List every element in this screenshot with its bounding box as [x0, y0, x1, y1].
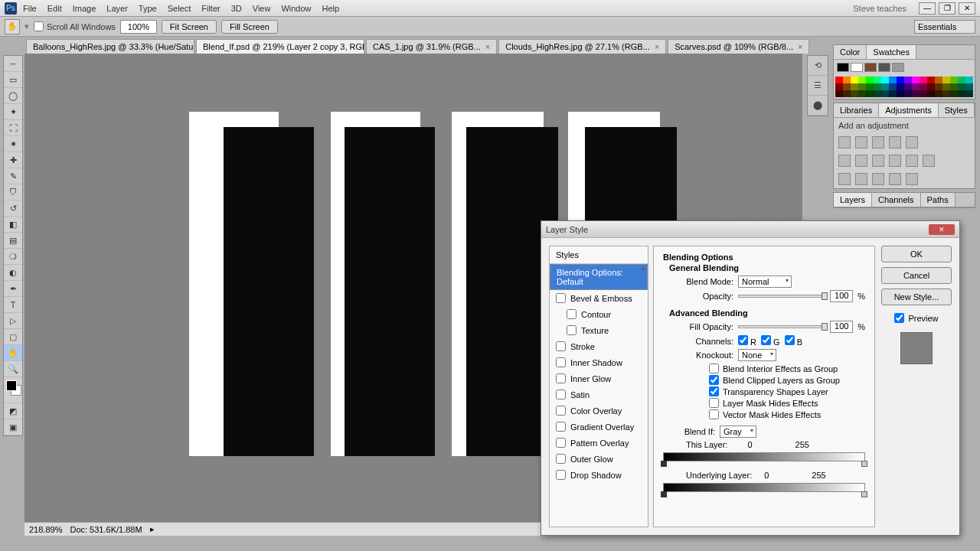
- close-icon[interactable]: ×: [485, 42, 490, 51]
- brightness-icon[interactable]: [838, 136, 851, 148]
- dodge-tool[interactable]: ◐: [4, 265, 22, 281]
- marquee-tool[interactable]: ▭: [4, 72, 22, 88]
- workspace-selector[interactable]: Essentials: [914, 20, 975, 34]
- hsl-icon[interactable]: [838, 155, 851, 167]
- menu-help[interactable]: Help: [322, 4, 340, 13]
- menu-file[interactable]: File: [23, 4, 37, 13]
- window-minimize-button[interactable]: —: [919, 2, 936, 15]
- path-tool[interactable]: ▷: [4, 313, 22, 329]
- tab-adjustments[interactable]: Adjustments: [879, 103, 939, 117]
- wand-tool[interactable]: ✦: [4, 104, 22, 120]
- new-style-button[interactable]: New Style...: [881, 289, 952, 305]
- exposure-icon[interactable]: [889, 136, 901, 148]
- hand-tool[interactable]: ✋: [4, 345, 22, 361]
- window-restore-button[interactable]: ❐: [939, 2, 956, 15]
- style-satin[interactable]: Satin: [550, 386, 648, 403]
- preview-checkbox[interactable]: Preview: [881, 313, 952, 323]
- layermask-hides-checkbox[interactable]: Layer Mask Hides Effects: [709, 398, 865, 408]
- selcolor-icon[interactable]: [906, 173, 918, 185]
- brush-tool[interactable]: ✎: [4, 168, 22, 184]
- style-pattern-overlay[interactable]: Pattern Overlay: [550, 435, 648, 451]
- lasso-tool[interactable]: ◯: [4, 88, 22, 104]
- style-gradient-overlay[interactable]: Gradient Overlay: [550, 419, 648, 435]
- zoom-tool[interactable]: 🔍: [4, 361, 22, 377]
- screenmode-tool[interactable]: ▣: [4, 419, 22, 435]
- close-icon[interactable]: ×: [798, 42, 802, 51]
- fillopacity-slider[interactable]: [738, 325, 825, 328]
- tab-cas[interactable]: CAS_1.jpg @ 31.9% (RGB...×: [366, 39, 497, 54]
- style-color-overlay[interactable]: Color Overlay: [550, 403, 648, 419]
- eyedropper-tool[interactable]: ⁕: [4, 136, 22, 152]
- tab-channels[interactable]: Channels: [872, 193, 920, 207]
- tab-blendif[interactable]: Blend_If.psd @ 219% (Layer 2 copy 3, RGB…: [196, 39, 364, 54]
- photo-filter-icon[interactable]: [889, 155, 901, 167]
- tab-clouds[interactable]: Clouds_HighRes.jpg @ 27.1% (RGB...×: [498, 39, 666, 54]
- menu-filter[interactable]: Filter: [201, 4, 220, 13]
- move-tool[interactable]: ↔: [4, 56, 22, 72]
- dialog-titlebar[interactable]: Layer Style ✕: [541, 221, 959, 238]
- tab-layers[interactable]: Layers: [834, 193, 872, 207]
- tab-balloons[interactable]: Balloons_HighRes.jpg @ 33.3% (Hue/Satura…: [26, 39, 194, 54]
- levels-icon[interactable]: [855, 136, 867, 148]
- eraser-tool[interactable]: ◧: [4, 217, 22, 233]
- blendmode-select[interactable]: Normal: [738, 276, 792, 288]
- chmix-icon[interactable]: [906, 155, 918, 167]
- swatch-grid[interactable]: [834, 75, 975, 99]
- menu-edit[interactable]: Edit: [47, 4, 62, 13]
- fg-bg-colors[interactable]: [4, 377, 22, 403]
- threshold-icon[interactable]: [872, 173, 884, 185]
- style-stroke[interactable]: Stroke: [550, 338, 648, 354]
- cancel-button[interactable]: Cancel: [881, 267, 952, 284]
- close-icon[interactable]: ×: [655, 42, 659, 51]
- blur-tool[interactable]: ❍: [4, 249, 22, 265]
- fillopacity-field[interactable]: 100: [830, 321, 853, 333]
- style-contour[interactable]: Contour: [550, 306, 648, 322]
- tab-libraries[interactable]: Libraries: [834, 103, 879, 117]
- knockout-select[interactable]: None: [738, 349, 776, 361]
- pen-tool[interactable]: ✒: [4, 281, 22, 297]
- history-brush-tool[interactable]: ↺: [4, 201, 22, 217]
- poster-icon[interactable]: [855, 173, 867, 185]
- blend-interior-checkbox[interactable]: Blend Interior Effects as Group: [709, 364, 865, 373]
- invert-icon[interactable]: [838, 173, 851, 185]
- style-inner-shadow[interactable]: Inner Shadow: [550, 354, 648, 370]
- blendif-select[interactable]: Gray: [720, 425, 756, 438]
- vectormask-hides-checkbox[interactable]: Vector Mask Hides Effects: [709, 409, 865, 419]
- style-texture[interactable]: Texture: [550, 322, 648, 338]
- tab-color[interactable]: Color: [834, 45, 867, 59]
- style-drop-shadow[interactable]: Drop Shadow: [550, 467, 648, 483]
- heal-tool[interactable]: ✚: [4, 152, 22, 168]
- gradient-tool[interactable]: ▤: [4, 233, 22, 249]
- menu-3d[interactable]: 3D: [231, 4, 242, 13]
- tab-styles[interactable]: Styles: [939, 103, 975, 117]
- opacity-field[interactable]: 100: [830, 290, 853, 302]
- channel-b-checkbox[interactable]: B: [785, 335, 802, 347]
- style-outer-glow[interactable]: Outer Glow: [550, 451, 648, 467]
- menu-layer[interactable]: Layer: [106, 4, 128, 13]
- quickmask-tool[interactable]: ◩: [4, 403, 22, 419]
- bw-icon[interactable]: [872, 155, 884, 167]
- opacity-slider[interactable]: [738, 295, 825, 298]
- style-bevel[interactable]: Bevel & Emboss: [550, 290, 648, 306]
- channel-r-checkbox[interactable]: R: [738, 335, 756, 347]
- scroll-all-checkbox[interactable]: Scroll All Windows: [34, 21, 116, 31]
- tab-paths[interactable]: Paths: [921, 193, 956, 207]
- transparency-shapes-checkbox[interactable]: Transparency Shapes Layer: [709, 386, 865, 396]
- vibrance-icon[interactable]: [906, 136, 918, 148]
- zoom-field[interactable]: 100%: [120, 20, 157, 34]
- menu-window[interactable]: Window: [281, 4, 311, 13]
- lut-icon[interactable]: [923, 155, 935, 167]
- style-inner-glow[interactable]: Inner Glow: [550, 370, 648, 386]
- stamp-tool[interactable]: ⛉: [4, 184, 22, 201]
- tab-scarves[interactable]: Scarves.psd @ 109% (RGB/8...×: [668, 39, 809, 54]
- fit-screen-button[interactable]: Fit Screen: [162, 20, 217, 34]
- properties-panel-icon[interactable]: ☰: [808, 76, 828, 96]
- dialog-close-button[interactable]: ✕: [929, 224, 955, 235]
- colorbal-icon[interactable]: [855, 155, 867, 167]
- type-tool[interactable]: T: [4, 297, 22, 313]
- fill-screen-button[interactable]: Fill Screen: [221, 20, 278, 34]
- curves-icon[interactable]: [872, 136, 884, 148]
- history-panel-icon[interactable]: ⟲: [808, 56, 828, 76]
- thislayer-gradient[interactable]: [663, 452, 865, 461]
- crop-tool[interactable]: ⛶: [4, 120, 22, 136]
